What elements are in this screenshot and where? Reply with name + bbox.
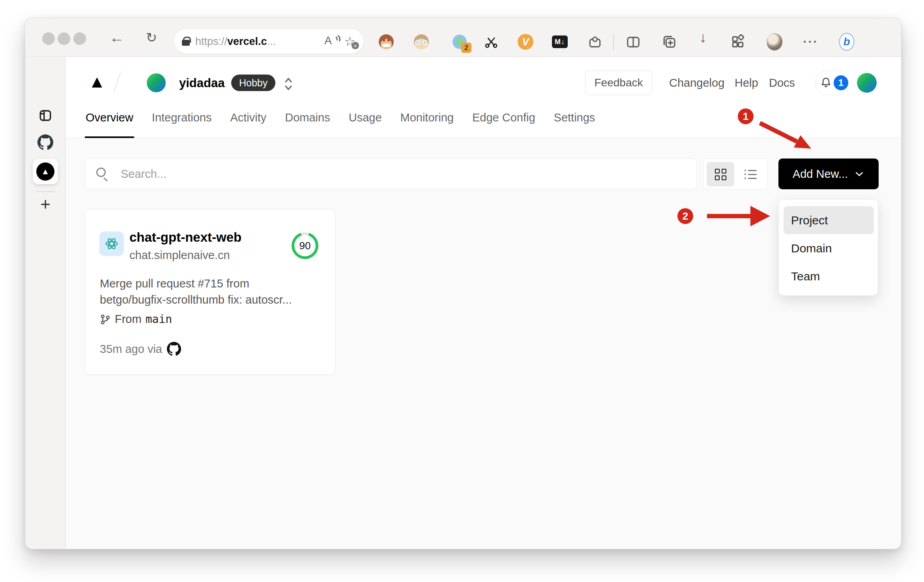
team-switcher-icon[interactable] [282,75,295,94]
menu-item-project[interactable]: Project [784,206,874,234]
branch-label: From [115,313,142,326]
toolbar-divider [613,34,614,50]
tab-edge-config[interactable]: Edge Config [472,106,535,138]
url-text: https://vercel.c... [195,35,276,48]
vercel-tabs: Overview Integrations Activity Domains U… [86,106,614,138]
browser-window: ← ↻ https://vercel.c... A ☆+ 2 V M↓ ↓ [25,18,902,549]
menu-item-domain[interactable]: Domain [784,234,874,262]
add-favorite-icon[interactable]: ☆+ [344,35,355,48]
apps-icon[interactable] [730,34,746,50]
breadcrumb-slash [113,71,121,93]
browser-toolbar: ← ↻ https://vercel.c... A ☆+ 2 V M↓ ↓ [25,18,901,57]
score-value: 90 [294,235,316,256]
profile-avatar[interactable] [767,34,782,50]
grid-view-button[interactable] [707,162,734,187]
extension-markdown-icon[interactable]: M↓ [552,34,568,50]
project-domain[interactable]: chat.simplenaive.cn [129,249,230,262]
extension-translate-icon[interactable]: 2 [452,34,468,50]
traffic-light-minimize[interactable] [58,32,70,45]
extension-v-icon[interactable]: V [518,34,533,50]
extension-clipper-icon[interactable] [483,34,499,50]
chevron-down-icon [854,169,864,179]
sidebar-github-icon[interactable] [25,134,65,150]
commit-message: Merge pull request #715 from betgo/bugfi… [100,276,309,308]
plan-badge: Hobby [231,75,275,91]
traffic-light-close[interactable] [42,32,55,45]
team-name[interactable]: yidadaa [179,76,224,90]
tab-integrations[interactable]: Integrations [152,106,212,138]
refresh-icon[interactable]: ↻ [138,18,165,57]
extensions-puzzle-icon[interactable] [587,34,603,50]
github-icon [167,342,181,356]
sidebar-vercel-tab[interactable]: ▲ [33,159,58,184]
vercel-page: ▲ yidadaa Hobby Feedback Changelog Help … [65,57,901,549]
score-gauge: 90 [292,232,318,259]
sidebar-add-button[interactable]: + [25,194,65,214]
view-toggle [703,159,768,189]
vercel-header: ▲ yidadaa Hobby Feedback Changelog Help … [65,57,901,138]
tab-activity[interactable]: Activity [230,106,266,138]
traffic-light-zoom[interactable] [73,32,86,45]
changelog-link[interactable]: Changelog [669,71,724,95]
search-input[interactable] [121,159,673,189]
annotation-step-1: 1 [738,108,754,124]
bing-icon[interactable]: b [839,34,855,50]
deploy-time: 35m ago via [100,343,162,356]
search-box [85,159,697,189]
notification-badge: 1 [834,75,848,90]
extension-avatar-icon[interactable] [413,34,429,50]
add-new-dropdown: Project Domain Team [778,199,878,296]
lock-icon [182,40,190,46]
project-card[interactable]: chat-gpt-next-web chat.simplenaive.cn 90… [85,209,335,375]
sidebar-divider [36,191,55,192]
project-favicon [99,231,124,256]
browser-sidebar: ▲ + [25,57,65,549]
branch-row: From main [100,313,172,326]
deploy-meta: 35m ago via [100,342,181,356]
team-avatar [147,73,166,92]
extension-tampermonkey-icon[interactable] [378,34,394,50]
vercel-favicon: ▲ [36,162,54,181]
project-name[interactable]: chat-gpt-next-web [129,230,241,245]
collections-icon[interactable] [661,34,677,50]
user-avatar[interactable] [857,73,877,93]
back-icon[interactable]: ← [103,18,130,57]
menu-item-team[interactable]: Team [784,262,874,290]
help-link[interactable]: Help [735,71,758,95]
extension-badge: 2 [461,43,471,53]
vercel-logo-icon[interactable]: ▲ [88,73,106,90]
more-menu-icon[interactable]: ··· [803,34,819,50]
branch-name: main [146,313,172,326]
address-bar[interactable]: https://vercel.c... A ☆+ [174,29,363,54]
tab-domains[interactable]: Domains [285,106,330,138]
feedback-button[interactable]: Feedback [585,71,652,95]
docs-link[interactable]: Docs [769,71,795,95]
tab-monitoring[interactable]: Monitoring [400,106,454,138]
tab-settings[interactable]: Settings [554,106,595,138]
annotation-step-2: 2 [677,208,693,224]
read-aloud-icon[interactable]: A [324,34,339,48]
git-branch-icon [100,314,111,325]
search-icon [96,168,106,177]
notifications-button[interactable]: 1 [815,71,849,95]
tab-overview[interactable]: Overview [86,106,133,138]
overview-content: Add New... chat-gpt-next-web chat.simple… [65,138,901,549]
sidebar-panel-icon[interactable] [25,108,65,123]
list-view-button[interactable] [737,162,764,187]
downloads-icon[interactable]: ↓ [690,18,716,57]
tab-usage[interactable]: Usage [349,106,382,138]
split-screen-icon[interactable] [625,34,641,50]
add-new-button[interactable]: Add New... [778,159,879,189]
bell-icon [819,76,833,90]
